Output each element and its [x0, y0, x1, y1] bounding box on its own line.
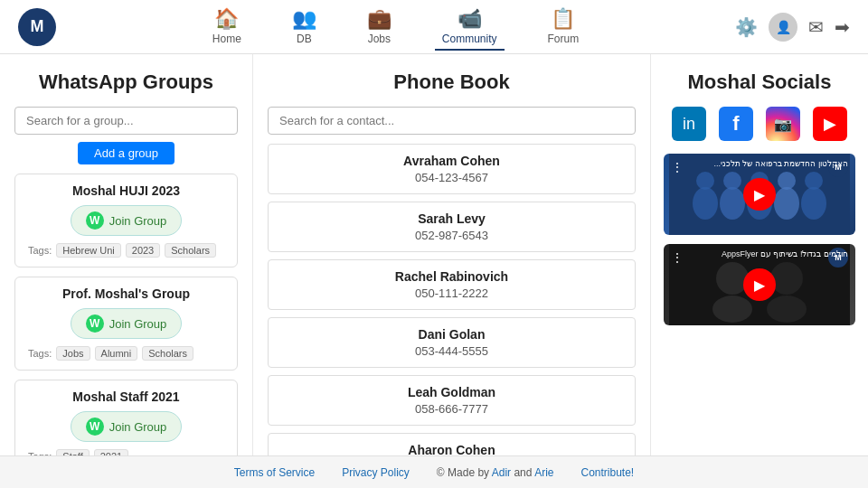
logo-text: M — [31, 17, 44, 36]
contact-name: Dani Golan — [281, 327, 622, 342]
tag[interactable]: 2023 — [126, 243, 160, 258]
tags-label: Tags: — [28, 348, 52, 359]
contact-phone: 058-666-7777 — [281, 402, 622, 416]
join-label: Join Group — [109, 420, 167, 434]
whatsapp-col: WhatsApp Groups Add a group Moshal HUJI … — [0, 54, 253, 455]
whatsapp-icon: W — [86, 418, 104, 436]
video-menu-icon[interactable]: ⋮ — [671, 160, 684, 174]
nav-community[interactable]: 📹 Community — [435, 4, 505, 51]
contact-phone: 052-987-6543 — [281, 229, 622, 242]
whatsapp-icon: W — [86, 314, 104, 333]
terms-link[interactable]: Terms of Service — [234, 466, 315, 479]
video-title-2: חולמים בגדול! בשיתוף עם AppsFlyer — [722, 249, 848, 258]
tags-row: Tags: Hebrew Uni 2023 Scholars — [28, 243, 224, 258]
group-card: Moshal HUJI 2023 W Join Group Tags: Hebr… — [14, 174, 238, 267]
group-name: Moshal HUJI 2023 — [28, 183, 224, 198]
nav-jobs-label: Jobs — [368, 33, 391, 45]
tag[interactable]: Alumni — [95, 346, 138, 361]
nav-items: 🏠 Home 👥 DB 💼 Jobs 📹 Community 📋 Forum — [56, 4, 735, 51]
group-name: Moshal Staff 2021 — [28, 389, 224, 404]
whatsapp-icon: W — [86, 211, 104, 230]
facebook-icon[interactable]: f — [719, 107, 753, 141]
contact-card: Avraham Cohen 054-123-4567 — [268, 144, 636, 194]
video-title-1: האקלטון החדשמת ברפואה של תלכני... — [713, 159, 848, 168]
group-name: Prof. Moshal's Group — [28, 286, 224, 301]
social-icons-row: in f 📷 ▶ — [664, 107, 855, 141]
contact-card: Rachel Rabinovich 050-111-2222 — [268, 259, 636, 310]
contact-name: Leah Goldman — [281, 385, 622, 399]
tags-row: Tags: Staff 2021 — [28, 449, 224, 455]
contact-phone: 050-111-2222 — [281, 286, 622, 300]
contact-card: Dani Golan 053-444-5555 — [268, 317, 636, 368]
linkedin-icon[interactable]: in — [672, 107, 706, 141]
contact-name: Avraham Cohen — [281, 154, 622, 168]
group-card: Prof. Moshal's Group W Join Group Tags: … — [14, 277, 238, 371]
join-group-button[interactable]: W Join Group — [71, 308, 183, 339]
community-icon: 📹 — [458, 7, 482, 31]
add-group-button[interactable]: Add a group — [78, 142, 175, 164]
tag[interactable]: Scholars — [165, 243, 216, 258]
group-search-input[interactable] — [14, 107, 238, 135]
contact-name: Aharon Cohen — [281, 443, 622, 455]
play-button[interactable]: ▶ — [743, 268, 776, 301]
phonebook-title: Phone Book — [268, 70, 636, 94]
contact-phone: 053-444-5555 — [281, 344, 622, 358]
db-icon: 👥 — [292, 7, 316, 31]
nav-actions: ⚙️ 👤 ✉ ➡ — [735, 13, 850, 42]
contact-card: Aharon Cohen 052-888-9999 — [268, 433, 636, 455]
play-button[interactable]: ▶ — [743, 178, 776, 211]
tag[interactable]: Hebrew Uni — [56, 243, 120, 258]
group-card: Moshal Staff 2021 W Join Group Tags: Sta… — [14, 380, 238, 455]
tags-row: Tags: Jobs Alumni Scholars — [28, 346, 224, 361]
video-card-1[interactable]: ▶ ⋮ M האקלטון החדשמת ברפואה של תלכני... — [664, 154, 855, 235]
footer: Terms of Service Privacy Policy © Made b… — [0, 455, 868, 488]
contact-search-input[interactable] — [268, 107, 636, 135]
join-group-button[interactable]: W Join Group — [71, 205, 183, 236]
video-card-2[interactable]: ▶ ⋮ M חולמים בגדול! בשיתוף עם AppsFlyer — [664, 244, 855, 325]
socials-title: Moshal Socials — [664, 70, 855, 94]
copyright-text: © Made by Adir and Arie — [437, 466, 554, 479]
nav-db[interactable]: 👥 DB — [285, 4, 324, 51]
socials-col: Moshal Socials in f 📷 ▶ — [651, 54, 868, 455]
nav-jobs[interactable]: 💼 Jobs — [360, 4, 399, 51]
contact-card: Leah Goldman 058-666-7777 — [268, 375, 636, 426]
nav-home[interactable]: 🏠 Home — [205, 4, 249, 51]
whatsapp-title: WhatsApp Groups — [14, 70, 238, 94]
tags-label: Tags: — [28, 451, 52, 455]
nav-forum[interactable]: 📋 Forum — [541, 4, 587, 51]
home-icon: 🏠 — [214, 7, 239, 31]
tag[interactable]: Staff — [56, 449, 89, 455]
settings-icon[interactable]: ⚙️ — [735, 16, 758, 38]
avatar[interactable]: 👤 — [769, 13, 797, 42]
contact-name: Sarah Levy — [281, 211, 622, 226]
contact-card: Sarah Levy 052-987-6543 — [268, 202, 636, 252]
tag[interactable]: Scholars — [142, 346, 193, 361]
privacy-link[interactable]: Privacy Policy — [342, 466, 410, 479]
nav-forum-label: Forum — [548, 33, 580, 45]
youtube-icon[interactable]: ▶ — [813, 107, 847, 141]
tag[interactable]: Jobs — [56, 346, 90, 361]
nav-community-label: Community — [442, 33, 497, 45]
contact-name: Rachel Rabinovich — [281, 269, 622, 284]
adir-link[interactable]: Adir — [492, 466, 511, 479]
nav-home-label: Home — [212, 33, 241, 45]
tags-label: Tags: — [28, 245, 52, 256]
jobs-icon: 💼 — [367, 7, 392, 31]
instagram-icon[interactable]: 📷 — [766, 107, 800, 141]
main-content: WhatsApp Groups Add a group Moshal HUJI … — [0, 54, 868, 455]
video-menu-icon[interactable]: ⋮ — [671, 250, 684, 265]
logout-icon[interactable]: ➡ — [835, 16, 850, 38]
mail-icon[interactable]: ✉ — [808, 16, 824, 38]
join-label: Join Group — [109, 214, 167, 228]
arie-link[interactable]: Arie — [534, 466, 553, 479]
join-group-button[interactable]: W Join Group — [71, 411, 183, 442]
contribute-link[interactable]: Contribute! — [580, 466, 634, 479]
nav-db-label: DB — [297, 33, 312, 45]
copyright-label: © Made by — [437, 466, 489, 479]
nav-logo[interactable]: M — [18, 8, 56, 46]
nav-bar: M 🏠 Home 👥 DB 💼 Jobs 📹 Community 📋 Forum… — [0, 0, 868, 54]
join-label: Join Group — [109, 317, 167, 331]
forum-icon: 📋 — [551, 7, 575, 31]
tag[interactable]: 2021 — [94, 449, 128, 455]
contact-phone: 054-123-4567 — [281, 171, 622, 184]
